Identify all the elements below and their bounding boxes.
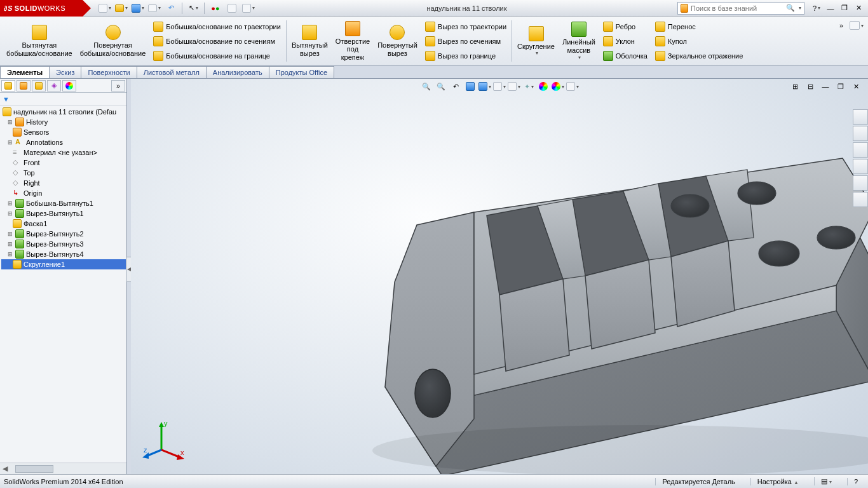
undo-button[interactable]: ↶: [163, 2, 179, 15]
cmd-extrude-cut[interactable]: Вытянутый вырез: [288, 18, 332, 64]
tree-root[interactable]: надульник на 11 стволик (Defau: [1, 107, 126, 117]
ribbon-display-button[interactable]: ▾: [849, 19, 864, 32]
search-input[interactable]: [691, 4, 783, 12]
tree-feature-boss1[interactable]: ⊞Бобышка-Вытянуть1: [1, 198, 126, 208]
ribbon-overflow[interactable]: »: [834, 19, 849, 32]
cmd-loft-boss[interactable]: Бобышка/основание по сечениям: [152, 36, 282, 47]
tree-plane-front[interactable]: ◇Front: [1, 158, 126, 168]
tree-feature-cut2[interactable]: ⊞Вырез-Вытянуть2: [1, 229, 126, 239]
search-icon[interactable]: 🔍: [786, 4, 795, 12]
tree-plane-top[interactable]: ◇Top: [1, 168, 126, 178]
open-file-button[interactable]: ▾: [114, 2, 129, 15]
edit-appearance-button[interactable]: ✦▾: [522, 81, 535, 92]
taskpane-custom-props[interactable]: [853, 192, 868, 207]
restore-button[interactable]: ❐: [839, 2, 850, 15]
rebuild-button[interactable]: ●●: [208, 2, 223, 15]
cmd-boundary-cut[interactable]: Вырез по границе: [424, 50, 508, 62]
tree-origin[interactable]: ↳Origin: [1, 188, 126, 198]
tree-feature-chamfer1[interactable]: Фаска1: [1, 219, 126, 229]
prev-view-button[interactable]: ↶: [449, 81, 462, 92]
cmd-dome[interactable]: Купол: [654, 36, 745, 47]
tree-feature-cut3[interactable]: ⊞Вырез-Вытянуть3: [1, 239, 126, 249]
taskpane-design-library[interactable]: [853, 126, 868, 141]
tab-office[interactable]: Продукты Office: [269, 66, 334, 78]
status-unit-menu[interactable]: ▤▾: [814, 477, 838, 485]
vp-close[interactable]: ✕: [850, 81, 862, 92]
tree-sensors[interactable]: Sensors: [1, 127, 126, 137]
tree-history[interactable]: ⊞History: [1, 117, 126, 127]
vp-minimize[interactable]: —: [819, 81, 832, 92]
minimize-button[interactable]: —: [825, 2, 836, 15]
tab-sheetmetal[interactable]: Листовой металл: [137, 66, 207, 78]
dimxpert-tab[interactable]: ◈: [47, 80, 61, 92]
print-button[interactable]: ▾: [147, 2, 162, 15]
vp-restore[interactable]: ❐: [834, 81, 847, 92]
close-button[interactable]: ✕: [853, 2, 864, 15]
zoom-fit-button[interactable]: 🔍: [420, 81, 433, 92]
feature-tree[interactable]: надульник на 11 стволик (Defau ⊞History …: [0, 105, 126, 463]
vp-btn-2[interactable]: ⊟: [804, 81, 817, 92]
cmd-sweep-cut[interactable]: Вырез по траектории: [424, 21, 508, 32]
cmd-sweep-boss[interactable]: Бобышка/основание по траектории: [152, 21, 282, 32]
properties-button[interactable]: ▾: [241, 2, 256, 15]
cmd-revolve-boss[interactable]: Повернутая бобышка/основание: [76, 18, 150, 64]
vp-btn-1[interactable]: ⊞: [789, 81, 801, 92]
cmd-linear-pattern[interactable]: Линейный массив▾: [559, 18, 599, 64]
taskpane-view-palette[interactable]: [853, 159, 868, 174]
tab-features[interactable]: Элементы: [0, 66, 50, 78]
tree-plane-right[interactable]: ◇Right: [1, 178, 126, 188]
view-orientation-button[interactable]: ▾: [478, 81, 491, 92]
cmd-wrap[interactable]: Перенос: [654, 21, 745, 32]
cmd-draft[interactable]: Уклон: [602, 36, 649, 47]
cmd-rib[interactable]: Ребро: [602, 21, 649, 32]
cmd-fillet[interactable]: Скругление▾: [513, 18, 559, 64]
taskpane-appearances[interactable]: [853, 175, 868, 191]
cmd-extrude-boss[interactable]: Вытянутая бобышка/основание: [3, 18, 76, 64]
cmd-revolve-cut[interactable]: Повернутый вырез: [374, 18, 421, 64]
select-button[interactable]: ↖▾: [186, 2, 201, 15]
tree-feature-fillet1[interactable]: Скругление1: [1, 259, 126, 269]
apply-scene-button[interactable]: [537, 81, 550, 92]
wrap-icon: [655, 22, 665, 32]
options-button[interactable]: [224, 2, 240, 15]
taskpane-file-explorer[interactable]: [853, 142, 868, 158]
tab-sketch[interactable]: Эскиз: [49, 66, 81, 78]
tab-surfaces[interactable]: Поверхности: [81, 66, 137, 78]
panel-overflow[interactable]: »: [111, 80, 125, 92]
status-help[interactable]: ?: [847, 478, 864, 485]
knowledge-search[interactable]: 🔍▾: [677, 2, 804, 15]
render-tools-button[interactable]: ▾: [566, 81, 579, 92]
cmd-hole[interactable]: Отверстие под крепеж: [332, 18, 374, 64]
configuration-manager-tab[interactable]: [32, 80, 46, 92]
orientation-triad[interactable]: y x z: [142, 418, 187, 463]
tree-annotations[interactable]: ⊞AAnnotations: [1, 137, 126, 147]
tree-material[interactable]: ≡Материал <не указан>: [1, 147, 126, 158]
zoom-area-button[interactable]: 🔍: [435, 81, 447, 92]
app-logo: ∂S SOLIDWORKS: [0, 0, 83, 17]
property-manager-tab[interactable]: [17, 80, 31, 92]
status-settings-menu[interactable]: Настройка▲: [750, 478, 805, 485]
cmd-mirror[interactable]: Зеркальное отражение: [654, 50, 745, 62]
new-file-button[interactable]: ▾: [97, 2, 112, 15]
cmd-boundary-boss[interactable]: Бобышка/основание на границе: [152, 50, 282, 62]
view-settings-button[interactable]: ▾: [552, 81, 564, 92]
section-view-button[interactable]: [464, 81, 477, 92]
cmd-shell[interactable]: Оболочка: [602, 50, 649, 62]
fillet-icon: [529, 26, 544, 41]
graphics-viewport[interactable]: 🔍 🔍 ↶ ▾ ▾ ▾ ✦▾ ▾ ▾ ⊞ ⊟ — ❐ ✕: [131, 79, 868, 474]
tree-feature-cut1[interactable]: ⊞Вырез-Вытянуть1: [1, 208, 126, 219]
chamfer-icon: [13, 219, 22, 228]
save-button[interactable]: ▾: [130, 2, 146, 15]
taskpane-resources[interactable]: [853, 109, 868, 125]
display-style-button[interactable]: ▾: [493, 81, 506, 92]
tree-filter-bar[interactable]: ▼: [0, 93, 126, 105]
feature-tree-tab[interactable]: [1, 80, 15, 92]
hide-show-button[interactable]: ▾: [508, 81, 520, 92]
cmd-loft-cut[interactable]: Вырез по сечениям: [424, 36, 508, 47]
help-button[interactable]: ?▾: [811, 2, 822, 15]
tab-evaluate[interactable]: Анализировать: [206, 66, 269, 78]
loft-cut-icon: [425, 36, 435, 46]
tree-feature-cut4[interactable]: ⊞Вырез-Вытянуть4: [1, 249, 126, 259]
display-manager-tab[interactable]: [62, 80, 76, 92]
tree-hscroll[interactable]: ◀: [0, 463, 126, 474]
